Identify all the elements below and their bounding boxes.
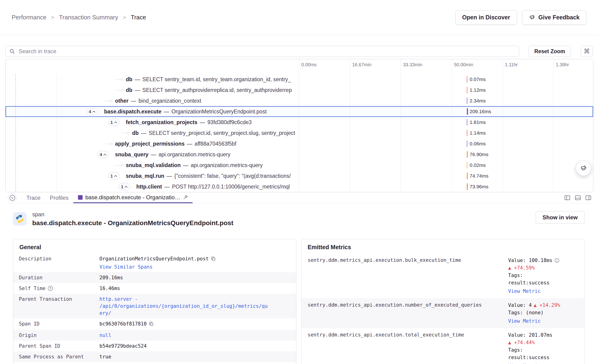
detail-value: 16.46ms (100, 286, 120, 291)
span-duration-bar[interactable] (467, 76, 467, 83)
breadcrumb-separator: > (123, 14, 126, 21)
detail-key-label: Span ID (19, 320, 40, 327)
show-in-view-button[interactable]: Show in view (536, 211, 584, 224)
trace-row[interactable]: db — SELECT sentry_project.id, sentry_pr… (6, 128, 593, 138)
span-duration-bar[interactable] (467, 108, 468, 115)
op-separator: — (141, 130, 146, 136)
span-children-badge[interactable]: 1 (108, 173, 119, 180)
span-duration-bar[interactable] (467, 119, 467, 125)
help-icon[interactable]: ? (48, 286, 53, 291)
detail-key-label: Parent Transaction (19, 296, 72, 303)
metric-tags: Tags: (508, 346, 578, 354)
span-children-badge[interactable]: 4 (86, 108, 98, 115)
shortcut-button[interactable]: ⌘ (581, 46, 593, 57)
metric-name: sentry.ddm.metrics_api.execution.total_e… (308, 331, 503, 338)
span-duration-bar[interactable] (467, 162, 467, 168)
panel-right-icon (585, 195, 591, 201)
trace-row[interactable]: db — SELECT sentry_team.id, sentry_team.… (6, 74, 593, 85)
tab-span-details[interactable]: base.dispatch.execute - Organizatio… (73, 192, 193, 203)
view-metric-link[interactable]: View Metric (508, 288, 540, 295)
trace-row[interactable]: db — SELECT sentry_authproviderreplica.i… (6, 85, 593, 95)
span-op: db (126, 76, 132, 83)
trace-row[interactable]: 1 fetch_organization_projects — 93fd380d… (6, 117, 593, 128)
metric-row: sentry.ddm.metrics_api.execution.bulk_ex… (302, 253, 584, 298)
detail-key-label: Duration (19, 274, 42, 281)
span-duration-bar[interactable] (467, 141, 467, 147)
span-duration-bar[interactable] (467, 130, 467, 136)
layout-toggles (564, 192, 593, 203)
collapse-drawer-button[interactable] (8, 193, 17, 202)
emitted-metrics-title: Emitted Metrics (308, 244, 578, 251)
tree-connector-dot (104, 101, 112, 101)
detail-key: Duration (19, 274, 100, 281)
span-duration: 73.96ms (470, 184, 489, 190)
span-op: http.client (136, 184, 162, 190)
span-op: snuba_mql.run (126, 173, 164, 179)
op-separator: — (135, 76, 140, 83)
trace-row[interactable]: snuba_mql.validation — api.organization.… (6, 160, 593, 171)
breadcrumb-separator: > (51, 14, 54, 21)
emitted-metrics-card: Emitted Metrics sentry.ddm.metrics_api.e… (301, 239, 584, 364)
header-actions: Open in Discover Give Feedback (455, 10, 586, 25)
trace-row[interactable]: 1 http.client — POST http://127.0.0.1:10… (6, 181, 593, 192)
breadcrumb-performance[interactable]: Performance (12, 14, 46, 21)
detail-value-cell: 16.46ms (100, 285, 270, 292)
span-duration-bar[interactable] (467, 173, 468, 179)
span-children-badge[interactable]: 1 (108, 119, 119, 126)
detail-key: Span ID (19, 320, 100, 327)
general-card: General Description OrganizationMetricsQ… (13, 239, 296, 364)
pin-icon[interactable] (183, 195, 188, 200)
give-feedback-button[interactable]: Give Feedback (522, 10, 586, 25)
tick-label: 1.11hr (505, 62, 518, 67)
feedback-fab[interactable] (576, 161, 591, 176)
tree-connector-dot (115, 90, 123, 90)
view-metric-link[interactable]: View Metric (508, 362, 540, 364)
span-children-badge[interactable]: 1 (119, 183, 130, 190)
op-separator: — (151, 151, 156, 158)
copy-icon[interactable] (149, 321, 154, 328)
detail-key-label: Description (19, 255, 51, 262)
op-separator: — (164, 108, 169, 115)
detail-key-label: Self Time (19, 285, 46, 292)
detail-value-cell: true (100, 353, 270, 360)
layout-right-button[interactable] (585, 195, 591, 201)
megaphone-icon (580, 165, 587, 172)
detail-value-cell: OrganizationMetricsQueryEndpoint.post Vi… (100, 255, 270, 270)
trace-row[interactable]: apply_project_permissions — aff88a704563… (6, 138, 593, 149)
span-duration-bar[interactable] (467, 183, 468, 190)
view-metric-link[interactable]: View Metric (508, 317, 540, 325)
trace-row[interactable]: 1 snuba_mql.run — {"consistent": false, … (6, 171, 593, 181)
reset-zoom-button[interactable]: Reset Zoom (528, 46, 571, 57)
span-duration-bar[interactable] (467, 87, 467, 93)
op-separator: — (167, 173, 172, 179)
children-count: 4 (100, 152, 102, 157)
span-description: api.organization.metrics-query (191, 162, 263, 168)
trace-row[interactable]: 4 base.dispatch.execute — OrganizationMe… (6, 106, 593, 117)
layout-left-button[interactable] (564, 195, 571, 201)
general-title: General (19, 244, 290, 251)
trace-row-label: db — SELECT sentry_authproviderreplica.i… (6, 85, 299, 95)
trace-row-label: 4 snuba_query — api.organization.metrics… (6, 149, 299, 160)
span-duration-bar[interactable] (467, 151, 468, 158)
info-icon[interactable] (554, 258, 559, 263)
copy-icon[interactable] (211, 256, 216, 263)
open-in-discover-button[interactable]: Open in Discover (455, 10, 517, 25)
span-duration-bar[interactable] (467, 98, 467, 104)
span-children-badge[interactable]: 4 (97, 151, 109, 158)
detail-row: Duration 209.16ms (13, 272, 296, 283)
tab-profiles[interactable]: Profiles (45, 192, 73, 203)
tree-connector-dot (121, 133, 129, 133)
layout-bottom-button[interactable] (575, 195, 581, 201)
trace-row[interactable]: 4 snuba_query — api.organization.metrics… (6, 149, 593, 160)
span-op: snuba_query (115, 151, 149, 158)
span-duration: 0.06ms (470, 141, 486, 147)
metric-value-cell: Value: 4 ▲ +14.29% Tags: (none) View Met… (508, 301, 578, 325)
breadcrumb-transaction-summary[interactable]: Transaction Summary (59, 14, 118, 21)
tab-trace[interactable]: Trace (22, 192, 45, 203)
detail-row: Description OrganizationMetricsQueryEndp… (13, 253, 296, 272)
search-input[interactable] (18, 48, 515, 55)
span-description: SELECT sentry_team.id, sentry_team.organ… (142, 76, 291, 83)
search-icon (9, 49, 15, 54)
trace-row[interactable]: other — bind_organization_context 2.34ms (6, 95, 593, 106)
view-similar-spans-link[interactable]: View Similar Spans (100, 264, 153, 270)
